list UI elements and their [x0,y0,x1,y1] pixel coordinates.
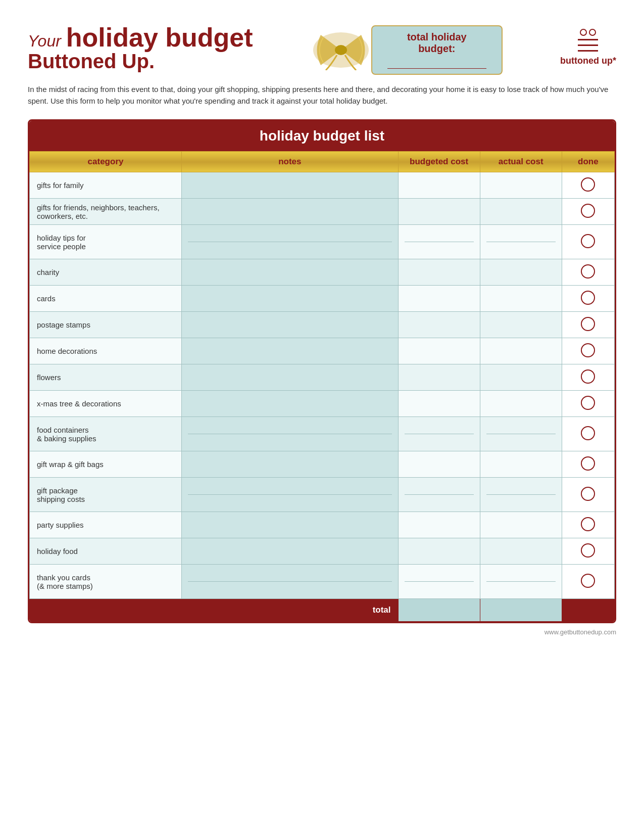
notes-cell[interactable] [182,172,398,199]
actual-cost-cell[interactable] [480,286,562,312]
budgeted-cost-cell[interactable] [398,199,480,225]
notes-cell[interactable] [182,451,398,478]
table-row: cards [30,286,615,312]
done-cell[interactable] [562,312,614,338]
actual-cost-cell[interactable] [480,364,562,391]
total-budget-label: total holiday budget: [387,31,486,55]
budgeted-cost-cell[interactable] [398,225,480,259]
actual-cost-cell[interactable] [480,565,562,599]
actual-cost-cell[interactable] [480,225,562,259]
notes-cell[interactable] [182,391,398,417]
budgeted-cost-cell[interactable] [398,538,480,565]
done-cell[interactable] [562,338,614,364]
done-circle[interactable] [581,487,595,501]
done-circle[interactable] [581,204,595,218]
total-actual-value[interactable] [480,599,562,622]
actual-cost-cell[interactable] [480,451,562,478]
actual-cost-cell[interactable] [480,199,562,225]
done-circle[interactable] [581,234,595,248]
category-cell: home decorations [30,338,182,364]
table-header-row: category notes budgeted cost actual cost… [30,152,615,172]
done-cell[interactable] [562,417,614,451]
total-row: total [30,599,615,622]
budgeted-cost-cell[interactable] [398,259,480,286]
table-title: holiday budget list [29,121,615,151]
done-cell[interactable] [562,199,614,225]
done-circle[interactable] [581,369,595,384]
col-header-notes: notes [182,152,398,172]
col-header-done: done [562,152,614,172]
done-cell[interactable] [562,538,614,565]
table-row: food containers& baking supplies [30,417,615,451]
category-cell: gift packageshipping costs [30,478,182,512]
budgeted-cost-cell[interactable] [398,364,480,391]
notes-cell[interactable] [182,338,398,364]
budgeted-cost-cell[interactable] [398,312,480,338]
notes-cell[interactable] [182,199,398,225]
budgeted-cost-cell[interactable] [398,286,480,312]
done-cell[interactable] [562,391,614,417]
notes-cell[interactable] [182,286,398,312]
budgeted-cost-cell[interactable] [398,451,480,478]
table-row: postage stamps [30,312,615,338]
actual-cost-cell[interactable] [480,417,562,451]
budgeted-cost-cell[interactable] [398,565,480,599]
actual-cost-cell[interactable] [480,538,562,565]
done-cell[interactable] [562,259,614,286]
done-circle[interactable] [581,426,595,440]
total-label: total [30,599,399,622]
table-row: holiday tips forservice people [30,225,615,259]
notes-cell[interactable] [182,512,398,538]
category-cell: x-mas tree & decorations [30,391,182,417]
done-cell[interactable] [562,286,614,312]
done-circle[interactable] [581,517,595,531]
budgeted-cost-cell[interactable] [398,417,480,451]
actual-cost-cell[interactable] [480,478,562,512]
done-circle[interactable] [581,396,595,410]
done-cell[interactable] [562,478,614,512]
done-cell[interactable] [562,512,614,538]
your-label: Your [28,32,61,51]
table-row: holiday food [30,538,615,565]
notes-cell[interactable] [182,364,398,391]
header-middle: total holiday budget: [311,20,503,75]
total-budgeted-value[interactable] [398,599,480,622]
notes-cell[interactable] [182,259,398,286]
notes-cell[interactable] [182,417,398,451]
notes-cell[interactable] [182,478,398,512]
done-circle[interactable] [581,264,595,279]
done-cell[interactable] [562,364,614,391]
category-cell: gifts for family [30,172,182,199]
done-circle[interactable] [581,291,595,305]
total-budget-box[interactable]: total holiday budget: [371,25,503,75]
budget-table-container: holiday budget list category notes budge… [28,119,616,623]
done-cell[interactable] [562,451,614,478]
notes-cell[interactable] [182,312,398,338]
actual-cost-cell[interactable] [480,391,562,417]
done-cell[interactable] [562,172,614,199]
budgeted-cost-cell[interactable] [398,512,480,538]
budgeted-cost-cell[interactable] [398,338,480,364]
actual-cost-cell[interactable] [480,512,562,538]
notes-cell[interactable] [182,565,398,599]
done-circle[interactable] [581,317,595,331]
budgeted-cost-cell[interactable] [398,391,480,417]
budgeted-cost-cell[interactable] [398,172,480,199]
notes-cell[interactable] [182,538,398,565]
done-circle[interactable] [581,543,595,558]
table-row: home decorations [30,338,615,364]
table-row: gift wrap & gift bags [30,451,615,478]
done-circle[interactable] [581,343,595,357]
done-circle[interactable] [581,177,595,192]
notes-cell[interactable] [182,225,398,259]
budgeted-cost-cell[interactable] [398,478,480,512]
actual-cost-cell[interactable] [480,172,562,199]
done-circle[interactable] [581,456,595,471]
done-circle[interactable] [581,574,595,588]
done-cell[interactable] [562,225,614,259]
actual-cost-cell[interactable] [480,312,562,338]
actual-cost-cell[interactable] [480,259,562,286]
actual-cost-cell[interactable] [480,338,562,364]
page: Your holiday budget Buttoned Up. [0,0,644,834]
done-cell[interactable] [562,565,614,599]
